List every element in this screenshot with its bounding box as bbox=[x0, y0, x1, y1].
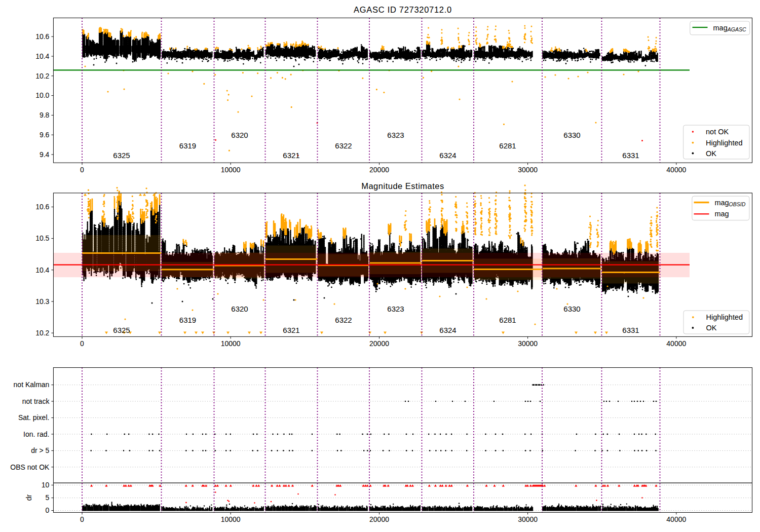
svg-text:Magnitude Estimates: Magnitude Estimates bbox=[361, 181, 444, 191]
svg-text:AGASC ID 727320712.0: AGASC ID 727320712.0 bbox=[354, 5, 452, 14]
svg-text:40000: 40000 bbox=[666, 515, 686, 523]
svg-text:10.4: 10.4 bbox=[35, 52, 49, 60]
svg-text:6325: 6325 bbox=[113, 151, 130, 160]
svg-text:10.5: 10.5 bbox=[35, 234, 49, 242]
svg-text:OK: OK bbox=[706, 149, 716, 158]
svg-text:6321: 6321 bbox=[283, 326, 299, 334]
svg-text:not Kalman: not Kalman bbox=[14, 381, 50, 389]
svg-text:20000: 20000 bbox=[369, 166, 389, 174]
svg-text:6281: 6281 bbox=[499, 141, 516, 150]
svg-text:OK: OK bbox=[706, 324, 717, 332]
svg-text:not OK: not OK bbox=[706, 128, 729, 136]
svg-text:OBS not OK: OBS not OK bbox=[10, 463, 50, 471]
svg-text:6330: 6330 bbox=[563, 131, 580, 139]
svg-text:6323: 6323 bbox=[387, 131, 404, 139]
svg-text:Highlighted: Highlighted bbox=[706, 313, 743, 321]
svg-text:6281: 6281 bbox=[499, 316, 516, 324]
svg-text:10.3: 10.3 bbox=[35, 297, 49, 306]
svg-text:40000: 40000 bbox=[666, 339, 686, 348]
svg-text:Highlighted: Highlighted bbox=[706, 139, 743, 147]
svg-text:6320: 6320 bbox=[231, 305, 248, 313]
svg-text:20000: 20000 bbox=[369, 339, 389, 348]
svg-text:not track: not track bbox=[22, 397, 50, 405]
svg-text:10: 10 bbox=[42, 481, 50, 489]
svg-text:6323: 6323 bbox=[387, 305, 404, 313]
svg-text:0: 0 bbox=[80, 515, 84, 523]
svg-text:6320: 6320 bbox=[231, 131, 248, 139]
svg-text:6322: 6322 bbox=[335, 316, 352, 324]
svg-text:30000: 30000 bbox=[518, 515, 538, 523]
svg-text:10.6: 10.6 bbox=[35, 203, 49, 211]
svg-text:30000: 30000 bbox=[518, 166, 538, 174]
svg-text:6324: 6324 bbox=[439, 151, 456, 160]
svg-text:dr > 5: dr > 5 bbox=[31, 446, 49, 454]
svg-text:30000: 30000 bbox=[518, 339, 538, 348]
svg-text:6319: 6319 bbox=[179, 141, 196, 150]
svg-text:0: 0 bbox=[46, 506, 50, 514]
svg-text:6319: 6319 bbox=[179, 316, 196, 324]
svg-text:6321: 6321 bbox=[283, 151, 299, 160]
svg-text:20000: 20000 bbox=[369, 515, 389, 523]
svg-text:Sat. pixel.: Sat. pixel. bbox=[18, 413, 49, 422]
svg-text:10.2: 10.2 bbox=[35, 329, 49, 337]
svg-text:0: 0 bbox=[80, 339, 84, 348]
svg-text:10.4: 10.4 bbox=[35, 266, 49, 274]
svg-text:10000: 10000 bbox=[221, 515, 241, 523]
svg-text:10.0: 10.0 bbox=[35, 91, 49, 99]
svg-text:10000: 10000 bbox=[221, 339, 241, 348]
svg-text:9.8: 9.8 bbox=[40, 111, 50, 119]
svg-text:9.4: 9.4 bbox=[40, 150, 50, 159]
svg-text:Ion. rad.: Ion. rad. bbox=[23, 430, 49, 438]
svg-text:6331: 6331 bbox=[622, 151, 639, 160]
svg-text:0: 0 bbox=[80, 166, 84, 174]
svg-text:10.6: 10.6 bbox=[35, 32, 49, 41]
svg-text:mag: mag bbox=[714, 210, 729, 218]
svg-text:dr: dr bbox=[25, 494, 33, 501]
svg-text:10.2: 10.2 bbox=[35, 72, 49, 80]
svg-text:6325: 6325 bbox=[113, 326, 130, 334]
svg-text:40000: 40000 bbox=[666, 166, 686, 174]
svg-text:6322: 6322 bbox=[335, 141, 352, 150]
svg-text:10000: 10000 bbox=[221, 166, 241, 174]
svg-text:5: 5 bbox=[46, 493, 50, 502]
svg-text:9.6: 9.6 bbox=[40, 131, 50, 139]
svg-text:6324: 6324 bbox=[439, 326, 456, 334]
svg-text:6330: 6330 bbox=[563, 305, 580, 313]
svg-text:6331: 6331 bbox=[622, 326, 639, 334]
